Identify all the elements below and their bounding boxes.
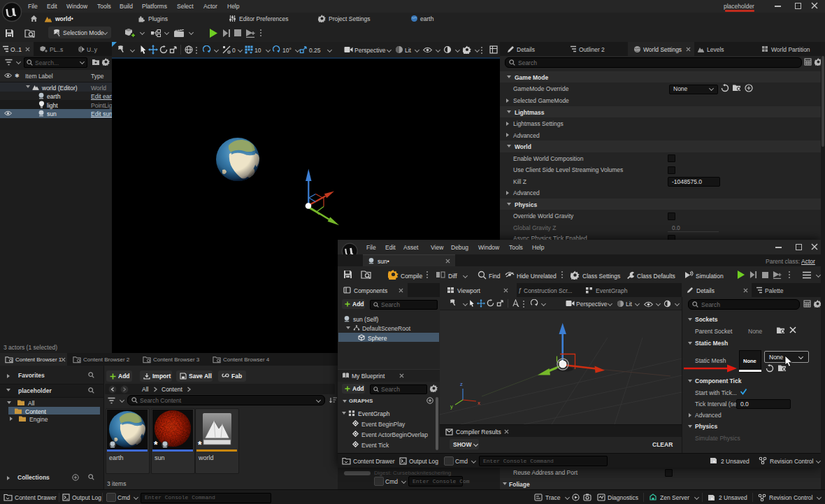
svg-text:*: * — [713, 460, 715, 465]
svg-text:x: x — [478, 400, 480, 406]
svg-text:*: * — [198, 439, 202, 449]
svg-text:*: * — [154, 439, 158, 449]
svg-text:y: y — [450, 403, 453, 410]
svg-text:*: * — [711, 497, 713, 502]
svg-text:z: z — [460, 381, 463, 387]
